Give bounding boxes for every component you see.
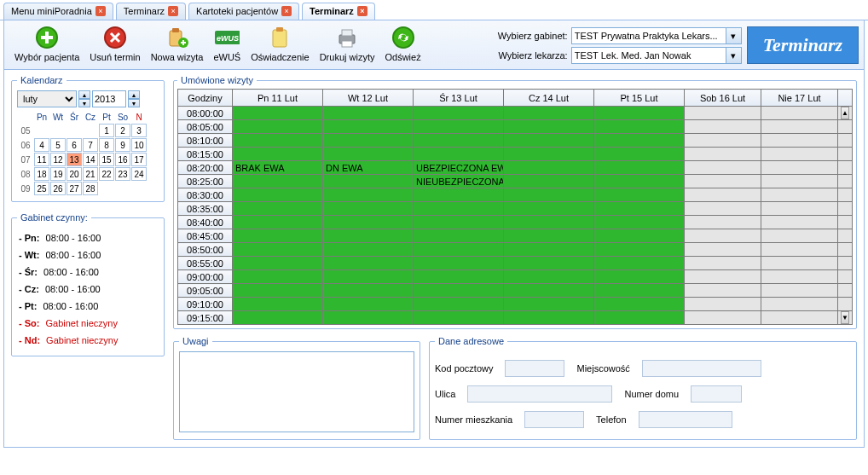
- calendar-day[interactable]: 20: [67, 167, 82, 181]
- schedule-cell[interactable]: [504, 229, 594, 243]
- calendar-day[interactable]: 17: [131, 153, 147, 166]
- refresh-button[interactable]: Odśwież: [379, 23, 425, 64]
- calendar-day[interactable]: 22: [99, 167, 114, 181]
- schedule-cell[interactable]: [414, 216, 504, 229]
- schedule-cell[interactable]: [504, 243, 594, 257]
- calendar-day[interactable]: 6: [67, 138, 82, 152]
- schedule-cell[interactable]: [504, 216, 594, 229]
- calendar-day[interactable]: 21: [83, 167, 98, 181]
- schedule-cell[interactable]: [685, 148, 761, 161]
- scrollbar-track[interactable]: ▲: [838, 107, 853, 120]
- schedule-cell[interactable]: [761, 229, 838, 243]
- schedule-cell[interactable]: [594, 188, 685, 202]
- schedule-cell[interactable]: BRAK EWA: [233, 161, 323, 175]
- schedule-cell[interactable]: [504, 120, 594, 134]
- schedule-cell[interactable]: [594, 216, 685, 229]
- zip-input[interactable]: [505, 360, 564, 377]
- schedule-cell[interactable]: [761, 243, 838, 257]
- schedule-cell[interactable]: [504, 284, 594, 298]
- chevron-down-icon[interactable]: ▾: [726, 27, 742, 44]
- schedule-cell[interactable]: [685, 134, 761, 148]
- calendar-day[interactable]: 24: [131, 167, 147, 181]
- scrollbar-track[interactable]: [838, 243, 853, 257]
- schedule-cell[interactable]: [685, 257, 761, 270]
- year-input[interactable]: [92, 90, 126, 107]
- schedule-cell[interactable]: [594, 107, 685, 120]
- calendar-day[interactable]: 23: [115, 167, 130, 181]
- schedule-cell[interactable]: [685, 243, 761, 257]
- schedule-cell[interactable]: [233, 311, 323, 325]
- scrollbar-track[interactable]: ▼: [838, 311, 853, 325]
- schedule-cell[interactable]: [233, 257, 323, 270]
- scrollbar-track[interactable]: [838, 216, 853, 229]
- new-visit-button[interactable]: Nowa wizyta: [146, 23, 209, 64]
- schedule-cell[interactable]: [761, 134, 838, 148]
- scrollbar-track[interactable]: [838, 188, 853, 202]
- calendar-day[interactable]: 15: [99, 153, 114, 166]
- schedule-cell[interactable]: [761, 270, 838, 284]
- schedule-cell[interactable]: [761, 161, 838, 175]
- schedule-cell[interactable]: [414, 298, 504, 311]
- schedule-cell[interactable]: [323, 229, 414, 243]
- calendar-day[interactable]: 12: [50, 153, 66, 166]
- schedule-cell[interactable]: [685, 120, 761, 134]
- scroll-up-icon[interactable]: ▲: [841, 107, 849, 119]
- schedule-cell[interactable]: [323, 270, 414, 284]
- apt-input[interactable]: [524, 411, 584, 428]
- schedule-cell[interactable]: [594, 284, 685, 298]
- schedule-cell[interactable]: [323, 120, 414, 134]
- year-spinner[interactable]: ▲▼: [128, 90, 140, 107]
- cabinet-select[interactable]: ▾: [571, 27, 742, 44]
- schedule-cell[interactable]: [761, 257, 838, 270]
- close-icon[interactable]: ×: [168, 6, 178, 16]
- tab[interactable]: Terminarz×: [116, 3, 186, 20]
- calendar-day[interactable]: 25: [34, 182, 49, 195]
- schedule-cell[interactable]: [323, 107, 414, 120]
- schedule-cell[interactable]: [414, 134, 504, 148]
- schedule-cell[interactable]: [594, 229, 685, 243]
- schedule-cell[interactable]: [761, 284, 838, 298]
- schedule-cell[interactable]: [504, 202, 594, 216]
- schedule-cell[interactable]: [414, 107, 504, 120]
- notes-textarea[interactable]: [179, 351, 414, 432]
- month-select[interactable]: luty: [17, 90, 77, 107]
- schedule-cell[interactable]: [504, 298, 594, 311]
- tab[interactable]: Terminarz×: [302, 3, 375, 20]
- schedule-cell[interactable]: [233, 298, 323, 311]
- calendar-day[interactable]: 5: [50, 138, 66, 152]
- schedule-cell[interactable]: [594, 270, 685, 284]
- schedule-cell[interactable]: [685, 188, 761, 202]
- schedule-cell[interactable]: [761, 298, 838, 311]
- schedule-cell[interactable]: [233, 216, 323, 229]
- calendar-day[interactable]: 13: [67, 153, 82, 166]
- delete-visit-button[interactable]: Usuń termin: [84, 23, 145, 64]
- phone-input[interactable]: [639, 411, 732, 428]
- schedule-table[interactable]: GodzinyPn 11 LutWt 12 LutŚr 13 LutCz 14 …: [177, 89, 853, 325]
- schedule-cell[interactable]: [414, 188, 504, 202]
- calendar-day[interactable]: 27: [67, 182, 82, 195]
- scrollbar-track[interactable]: [838, 257, 853, 270]
- schedule-cell[interactable]: [323, 188, 414, 202]
- schedule-cell[interactable]: [414, 120, 504, 134]
- scrollbar-track[interactable]: [838, 298, 853, 311]
- scrollbar-track[interactable]: [838, 175, 853, 188]
- ewus-button[interactable]: eWUS eWUŚ: [208, 23, 246, 64]
- schedule-cell[interactable]: [761, 107, 838, 120]
- schedule-cell[interactable]: [504, 270, 594, 284]
- schedule-cell[interactable]: [685, 229, 761, 243]
- schedule-cell[interactable]: [761, 202, 838, 216]
- schedule-cell[interactable]: [504, 107, 594, 120]
- schedule-cell[interactable]: [685, 270, 761, 284]
- schedule-cell[interactable]: [594, 161, 685, 175]
- tab[interactable]: Kartoteki pacjentów×: [188, 3, 299, 20]
- schedule-cell[interactable]: [323, 284, 414, 298]
- schedule-cell[interactable]: [685, 311, 761, 325]
- schedule-cell[interactable]: [233, 175, 323, 188]
- calendar-day[interactable]: 3: [131, 124, 147, 137]
- schedule-cell[interactable]: [685, 202, 761, 216]
- schedule-cell[interactable]: [594, 243, 685, 257]
- schedule-cell[interactable]: [504, 188, 594, 202]
- print-visits-button[interactable]: Drukuj wizyty: [315, 23, 380, 64]
- schedule-cell[interactable]: [594, 311, 685, 325]
- schedule-cell[interactable]: [685, 284, 761, 298]
